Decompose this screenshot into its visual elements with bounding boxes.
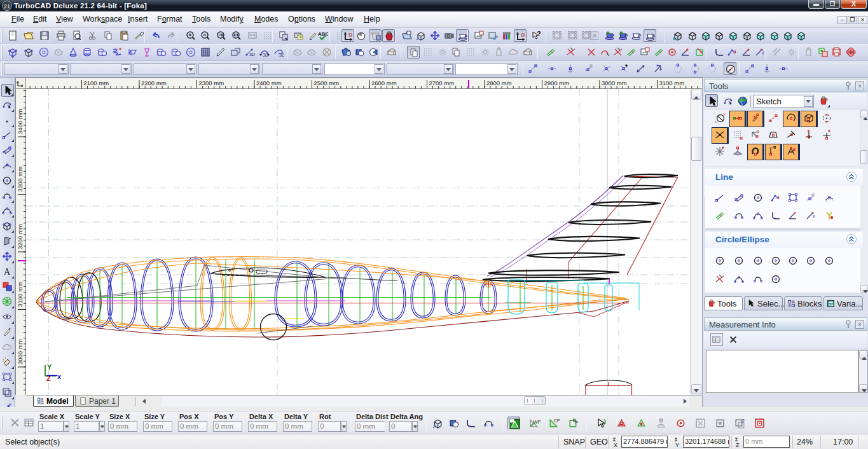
svg-text:Y: Y bbox=[723, 113, 726, 116]
svg-text:3300 mm: 3300 mm bbox=[17, 167, 24, 192]
svg-text:Z: Z bbox=[736, 442, 740, 448]
svg-text:2900 mm: 2900 mm bbox=[544, 79, 570, 86]
svg-text:?: ? bbox=[537, 30, 541, 38]
svg-text:A: A bbox=[4, 267, 11, 277]
svg-text:Y: Y bbox=[675, 442, 679, 448]
svg-text:3400 mm: 3400 mm bbox=[17, 109, 24, 134]
svg-text:2500 mm: 2500 mm bbox=[314, 79, 340, 86]
svg-text:x: x bbox=[715, 120, 717, 123]
svg-text:3000 mm: 3000 mm bbox=[602, 79, 627, 86]
svg-text:CP: CP bbox=[553, 418, 560, 424]
svg-text:21: 21 bbox=[4, 3, 10, 10]
svg-text:3D: 3D bbox=[263, 53, 268, 57]
svg-text:2400 mm: 2400 mm bbox=[256, 79, 282, 86]
svg-text:2200 mm: 2200 mm bbox=[141, 79, 167, 86]
svg-text:x: x bbox=[57, 373, 62, 380]
svg-text::: : bbox=[753, 303, 754, 308]
svg-text:2700 mm: 2700 mm bbox=[429, 79, 455, 86]
svg-text:3100 mm: 3100 mm bbox=[659, 79, 685, 86]
svg-text:3100 mm: 3100 mm bbox=[17, 282, 24, 307]
svg-text:x: x bbox=[808, 129, 810, 133]
svg-text:x: x bbox=[828, 129, 830, 133]
svg-text:2600 mm: 2600 mm bbox=[371, 79, 397, 86]
svg-text:3D: 3D bbox=[249, 52, 255, 57]
svg-text:2300 mm: 2300 mm bbox=[199, 79, 224, 86]
svg-text:2800 mm: 2800 mm bbox=[486, 79, 512, 86]
svg-text:ABC: ABC bbox=[318, 31, 328, 37]
svg-text:Y: Y bbox=[47, 363, 52, 371]
svg-text:X: X bbox=[614, 442, 617, 448]
svg-text:3D: 3D bbox=[279, 53, 284, 57]
svg-text:3200 mm: 3200 mm bbox=[17, 224, 24, 249]
svg-text:2: 2 bbox=[742, 418, 745, 424]
svg-text:3000 mm: 3000 mm bbox=[17, 339, 24, 364]
svg-text:P: P bbox=[575, 420, 579, 425]
svg-text:2100 mm: 2100 mm bbox=[84, 79, 109, 86]
